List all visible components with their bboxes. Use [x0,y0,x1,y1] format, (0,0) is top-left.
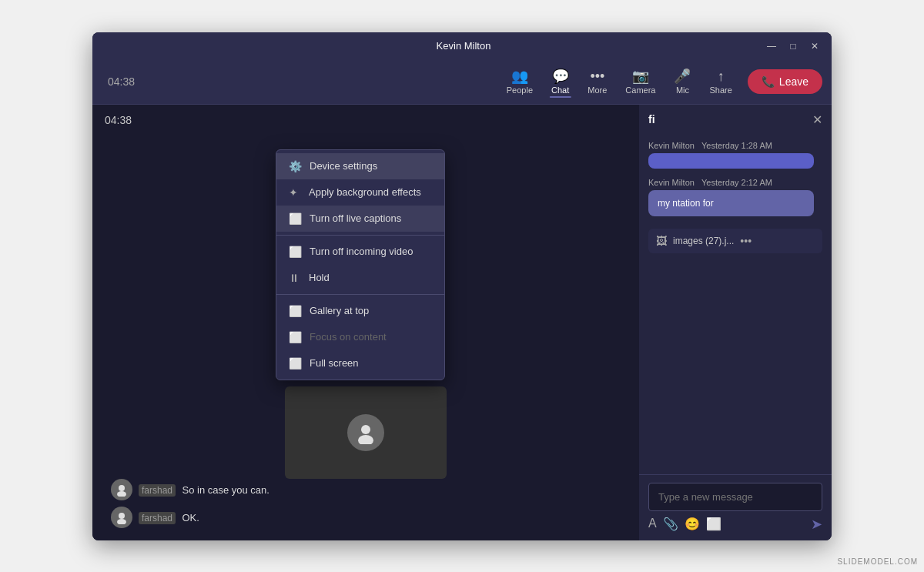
chat-text-1: So in case you can. [182,484,269,496]
bg-effects-icon: ✦ [289,186,301,199]
chat-toolbar: A 📎 😊 ⬜ ➤ [648,516,822,533]
call-timer-overlay: 04:38 [105,114,132,126]
teams-window: Kevin Milton — □ ✕ 04:38 👥 People 💬 Chat… [92,32,832,540]
leave-button[interactable]: 📞 Leave [748,69,822,94]
more-label: More [588,85,607,95]
msg-meta-1: Kevin Milton Yesterday 1:28 AM [648,141,822,150]
maximize-button[interactable]: □ [785,41,801,52]
dropdown-apply-bg-label: Apply background effects [309,186,421,198]
svg-point-5 [117,491,126,497]
video-chat-overlay: farshad So in case you can. farshad OK. [102,479,279,528]
gif-icon[interactable]: ⬜ [706,517,721,531]
svg-point-2 [361,425,370,434]
close-button[interactable]: ✕ [807,41,822,52]
right-panel-title: fi [648,113,655,125]
chat-user-2: farshad [139,512,176,524]
chat-messages: Kevin Milton Yesterday 1:28 AM Kevin Mil… [639,135,832,474]
people-button[interactable]: 👥 People [497,65,542,99]
mic-button[interactable]: 🎤 Mic [665,65,700,99]
svg-point-4 [119,485,125,491]
video-area: 04:38 Kevin Milton 🎙️✕ [92,105,639,540]
dropdown-separator-1 [276,235,444,236]
watermark: SLIDEMODEL.COM [837,557,918,566]
window-title: Kevin Milton [163,40,764,52]
dropdown-hold[interactable]: ⏸ Hold [276,265,444,291]
svg-point-6 [119,513,125,519]
msg-meta-2: Kevin Milton Yesterday 2:12 AM [648,178,822,187]
camera-button[interactable]: 📷 Camera [616,65,665,99]
small-video [285,386,447,479]
share-button[interactable]: ↑ Share [700,65,741,99]
title-bar: Kevin Milton — □ ✕ [92,32,832,60]
mic-label: Mic [676,85,689,95]
gear-icon: ⚙️ [289,160,302,172]
chat-text-2: OK. [182,512,199,523]
close-panel-button[interactable]: ✕ [812,112,822,127]
more-icon: ••• [590,69,604,83]
send-button[interactable]: ➤ [811,516,822,533]
mic-icon: 🎤 [674,69,691,83]
chat-message-1: Kevin Milton Yesterday 1:28 AM [648,141,822,169]
captions-icon: ⬜ [289,212,302,225]
right-panel: fi ✕ Kevin Milton Yesterday 1:28 AM Kevi… [639,105,832,540]
chat-icon: 💬 [552,69,569,83]
share-icon: ↑ [718,69,725,83]
dropdown-gallery-top-label: Gallery at top [310,305,369,316]
svg-point-7 [117,519,126,524]
chat-avatar-2 [111,507,132,528]
chat-message-3: 🖼 images (27).j... ••• [648,226,822,253]
dropdown-incoming-video[interactable]: ⬜ Turn off incoming video [276,239,444,265]
dropdown-fullscreen[interactable]: ⬜ Full screen [276,350,444,376]
dropdown-live-captions[interactable]: ⬜ Turn off live captions [276,206,444,232]
fullscreen-icon: ⬜ [289,357,302,370]
attach-icon[interactable]: 📎 [663,517,678,531]
attachment-more-button[interactable]: ••• [740,235,752,247]
dropdown-live-captions-label: Turn off live captions [310,212,401,224]
dropdown-device-settings-label: Device settings [310,160,377,172]
focus-icon: ⬜ [289,331,302,343]
dropdown-focus-content-label: Focus on content [310,331,387,343]
chat-toolbar-icons: A 📎 😊 ⬜ [648,517,721,531]
leave-label: Leave [779,75,808,88]
leave-phone-icon: 📞 [762,75,775,88]
incoming-video-icon: ⬜ [289,246,302,258]
camera-icon: 📷 [632,69,649,83]
minimize-button[interactable]: — [764,41,779,52]
more-dropdown-menu: ⚙️ Device settings ✦ Apply background ef… [276,149,445,380]
call-timer: 04:38 [102,75,135,88]
toolbar: 04:38 👥 People 💬 Chat ••• More 📷 Camera … [92,60,832,105]
chat-message-2: Kevin Milton Yesterday 2:12 AM my ntatio… [648,178,822,216]
people-icon: 👥 [511,69,528,83]
msg-sender-2: Kevin Milton [648,178,695,187]
dropdown-apply-bg[interactable]: ✦ Apply background effects [276,179,444,206]
chat-avatar-1 [111,479,132,500]
dropdown-device-settings[interactable]: ⚙️ Device settings [276,153,444,179]
chat-msg-1: farshad So in case you can. [111,479,270,500]
dropdown-separator-2 [276,294,444,295]
chat-input[interactable] [648,483,822,511]
svg-point-3 [358,435,373,444]
more-button[interactable]: ••• More [578,65,616,99]
dropdown-hold-label: Hold [309,272,330,283]
msg-attachment-3[interactable]: 🖼 images (27).j... ••• [648,229,822,253]
chat-input-area: A 📎 😊 ⬜ ➤ [639,474,832,540]
format-icon[interactable]: A [648,517,657,531]
msg-text-2: my ntation for [658,198,714,209]
msg-sender-1: Kevin Milton [648,141,695,150]
main-content: 04:38 Kevin Milton 🎙️✕ [92,105,832,540]
chat-label: Chat [551,85,569,95]
attachment-image-icon: 🖼 [656,235,667,247]
chat-button[interactable]: 💬 Chat [542,65,578,99]
small-avatar [347,414,384,451]
dropdown-focus-content: ⬜ Focus on content [276,324,444,350]
gallery-icon: ⬜ [289,305,302,317]
people-label: People [507,85,533,95]
emoji-icon[interactable]: 😊 [685,517,700,531]
chat-msg-2: farshad OK. [111,507,199,528]
msg-time-1: Yesterday 1:28 AM [701,141,772,150]
window-controls: — □ ✕ [764,41,822,52]
attachment-filename: images (27).j... [673,236,734,246]
dropdown-fullscreen-label: Full screen [310,357,359,369]
msg-bubble-2: my ntation for [648,190,814,216]
dropdown-gallery-top[interactable]: ⬜ Gallery at top [276,298,444,324]
